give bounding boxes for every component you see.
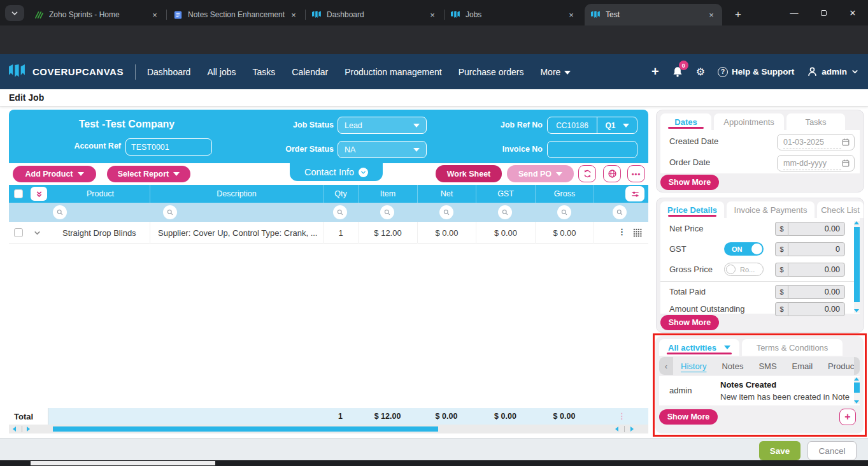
column-header-gst[interactable]: GST <box>476 185 535 203</box>
column-header-net[interactable]: Net <box>417 185 476 203</box>
subtab-history[interactable]: History <box>673 361 714 371</box>
tab-close-icon[interactable]: × <box>288 9 299 20</box>
settings-gear-icon[interactable]: ⚙ <box>696 66 705 78</box>
scroll-left-icon[interactable] <box>615 426 618 432</box>
scrollbar-thumb[interactable] <box>31 461 215 465</box>
gst-input-group[interactable]: $0 <box>775 242 845 256</box>
row-menu-icon[interactable]: ⋮ <box>618 227 626 237</box>
scroll-up-icon[interactable] <box>854 221 859 224</box>
subtab-notes[interactable]: Notes <box>714 361 751 371</box>
table-horizontal-scrollbar[interactable] <box>9 425 648 433</box>
qty-search-button[interactable] <box>333 205 347 219</box>
column-settings-button[interactable] <box>625 186 644 201</box>
more-actions-button[interactable]: ••• <box>627 165 645 182</box>
select-all-checkbox[interactable] <box>14 189 23 198</box>
send-po-button[interactable]: Send PO <box>507 165 574 182</box>
subtabs-scroll-left-button[interactable]: ‹ <box>659 357 673 375</box>
activity-show-more-button[interactable]: Show More <box>659 409 718 425</box>
window-minimize-button[interactable]: — <box>779 0 809 25</box>
tab-invoice-payments[interactable]: Invoice & Payments <box>727 201 815 218</box>
nav-item-calendar[interactable]: Calendar <box>292 67 328 77</box>
history-scrollbar[interactable] <box>854 377 860 404</box>
coverupcanvas-logo[interactable] <box>9 64 26 79</box>
column-header-description[interactable]: Description <box>150 185 323 203</box>
dates-show-more-button[interactable]: Show More <box>660 175 719 190</box>
add-product-button[interactable]: Add Product <box>13 166 96 182</box>
tab-close-icon[interactable]: × <box>566 9 577 20</box>
row-checkbox[interactable] <box>14 228 23 237</box>
amount-outstanding-input-group[interactable]: $0.00 <box>775 302 845 316</box>
product-search-button[interactable] <box>53 205 67 219</box>
column-header-gross[interactable]: Gross <box>535 185 594 203</box>
browser-tab-notes-enhancement[interactable]: Notes Section Enhancement × <box>167 4 304 25</box>
invoice-input[interactable] <box>547 141 637 158</box>
tab-check-list[interactable]: Check List <box>817 201 864 218</box>
scrollbar-thumb[interactable] <box>854 227 860 302</box>
scroll-down-icon[interactable] <box>854 309 859 312</box>
scroll-left-icon[interactable] <box>13 426 16 432</box>
tab-close-icon[interactable]: × <box>427 9 438 20</box>
order-date-input[interactable]: mm-dd-yyyy <box>777 155 855 171</box>
gst-toggle[interactable]: ON <box>724 242 764 256</box>
window-restore-button[interactable] <box>809 0 838 25</box>
created-date-input[interactable]: 01-03-2025 <box>777 134 855 150</box>
save-button[interactable]: Save <box>759 441 800 460</box>
browser-tab-test-active[interactable]: Test × <box>585 4 722 25</box>
nav-item-more[interactable]: More <box>540 67 571 77</box>
price-panel-scrollbar[interactable] <box>854 221 860 313</box>
net-search-button[interactable] <box>439 205 453 219</box>
new-tab-button[interactable]: + <box>730 6 746 23</box>
row-drag-handle-icon[interactable] <box>633 228 642 237</box>
extra-search-button[interactable] <box>613 205 627 219</box>
sync-button[interactable] <box>578 165 596 182</box>
tab-all-activities[interactable]: All activities <box>659 339 739 356</box>
window-close-button[interactable]: ✕ <box>838 0 867 25</box>
nav-item-tasks[interactable]: Tasks <box>253 67 276 77</box>
subtab-products[interactable]: Produc <box>820 361 854 371</box>
tab-tasks[interactable]: Tasks <box>786 113 845 130</box>
browser-tab-jobs[interactable]: Jobs × <box>445 4 582 25</box>
subtab-email[interactable]: Email <box>785 361 821 371</box>
job-ref-value[interactable]: CC10186 <box>548 117 597 133</box>
brand-name[interactable]: COVERUPCANVAS <box>32 66 124 77</box>
tab-terms-conditions[interactable]: Terms & Conditions <box>742 339 843 356</box>
add-activity-button[interactable]: + <box>839 409 856 425</box>
nav-item-purchase-orders[interactable]: Purchase orders <box>459 67 524 77</box>
expand-all-button[interactable] <box>31 187 47 201</box>
scrollbar-thumb[interactable] <box>854 382 860 393</box>
price-show-more-button[interactable]: Show More <box>660 315 719 330</box>
column-header-qty[interactable]: Qty <box>323 185 358 203</box>
row-expand-chevron-icon[interactable] <box>33 229 41 237</box>
notifications-button[interactable]: 0 <box>672 66 683 78</box>
scroll-down-icon[interactable] <box>854 400 859 404</box>
gross-search-button[interactable] <box>557 205 571 219</box>
total-paid-input-group[interactable]: $0.00 <box>775 285 845 299</box>
gst-search-button[interactable] <box>498 205 512 219</box>
quick-add-button[interactable]: + <box>651 64 659 79</box>
description-search-button[interactable] <box>163 205 177 219</box>
gross-price-input-group[interactable]: $0.00 <box>775 263 845 277</box>
tab-appointments[interactable]: Appointments <box>714 113 784 130</box>
browser-tab-zoho-sprints[interactable]: Zoho Sprints - Home × <box>28 4 166 25</box>
calendar-icon[interactable] <box>841 138 850 147</box>
nav-item-dashboard[interactable]: Dashboard <box>147 67 191 77</box>
tab-price-details[interactable]: Price Details <box>660 201 724 218</box>
history-entry[interactable]: admin Notes Created New item has been cr… <box>659 376 860 405</box>
job-status-select[interactable]: Lead <box>338 117 427 134</box>
cancel-button[interactable]: Cancel <box>808 441 857 460</box>
tab-close-icon[interactable]: × <box>149 9 160 20</box>
contact-info-tab[interactable]: Contact Info <box>290 163 383 181</box>
column-header-item[interactable]: Item <box>358 185 417 203</box>
account-ref-input[interactable] <box>125 138 212 156</box>
quarter-select[interactable]: Q1 <box>597 117 637 133</box>
order-status-select[interactable]: NA <box>338 141 427 158</box>
table-row[interactable]: Straight Drop Blinds Supplier: Cover Up,… <box>9 222 648 244</box>
globe-button[interactable] <box>603 165 621 182</box>
select-report-button[interactable]: Select Report <box>107 166 190 182</box>
scroll-right-icon[interactable] <box>630 426 634 432</box>
page-horizontal-scrollbar[interactable] <box>0 460 868 466</box>
scroll-right-icon[interactable] <box>27 426 30 432</box>
work-sheet-button[interactable]: Work Sheet <box>436 165 502 182</box>
scrollbar-thumb[interactable] <box>53 426 438 432</box>
subtabs-scroll-right-button[interactable]: › <box>854 357 860 375</box>
